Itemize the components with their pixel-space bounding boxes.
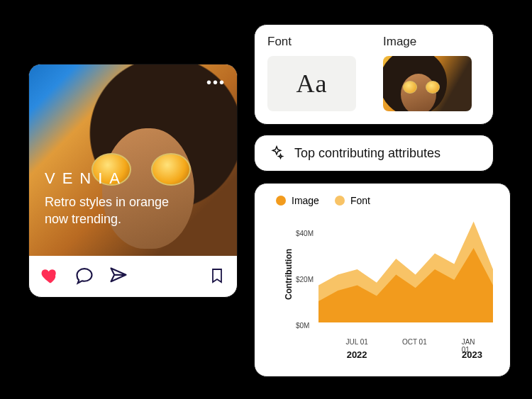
image-label: Image — [383, 35, 480, 49]
image-column: Image — [383, 35, 480, 111]
legend-label-font: Font — [350, 195, 370, 206]
chart-card: Image Font Contribution $40M $20M $0M JU… — [254, 183, 511, 377]
year-label-left: 2022 — [347, 349, 367, 360]
attributes-card[interactable]: Top contributing attributes — [254, 135, 494, 172]
x-tick: JUL 01 — [345, 338, 367, 346]
x-tick: OCT 01 — [402, 338, 427, 346]
y-tick: $0M — [296, 322, 309, 330]
post-overlay: VENIA Retro styles in orange now trendin… — [45, 169, 187, 228]
x-axis: JUL 01 OCT 01 JAN 01 2022 2023 — [318, 338, 493, 362]
legend-label-image: Image — [292, 195, 319, 206]
image-preview[interactable] — [383, 56, 472, 111]
legend-image: Image — [276, 195, 319, 206]
bookmark-icon[interactable] — [209, 266, 226, 286]
heart-icon[interactable] — [40, 266, 60, 286]
brand-name: VENIA — [45, 169, 187, 188]
font-label: Font — [267, 35, 365, 49]
chart-legend: Image Font — [267, 195, 497, 206]
y-tick: $40M — [296, 230, 314, 237]
y-tick: $20M — [296, 276, 314, 283]
sparkle-icon — [269, 145, 284, 161]
legend-font: Font — [335, 195, 370, 206]
year-label-right: 2023 — [462, 349, 482, 360]
chart-plot — [318, 216, 493, 322]
share-icon[interactable] — [109, 266, 128, 286]
y-axis-label: Contribution — [284, 249, 294, 300]
post-actions — [29, 256, 237, 297]
comment-icon[interactable] — [74, 266, 94, 286]
more-icon[interactable]: ••• — [206, 74, 226, 91]
font-preview[interactable]: Aa — [267, 56, 356, 111]
font-image-card: Font Aa Image — [254, 24, 494, 125]
attributes-title: Top contributing attributes — [294, 146, 440, 161]
font-column: Font Aa — [267, 35, 365, 111]
post-tagline: Retro styles in orange now trending. — [45, 193, 187, 228]
post-image: ••• VENIA Retro styles in orange now tre… — [29, 64, 237, 256]
legend-swatch-font — [335, 196, 345, 206]
legend-swatch-image — [276, 196, 286, 206]
social-post-card: ••• VENIA Retro styles in orange now tre… — [28, 64, 238, 298]
chart-body: Contribution $40M $20M $0M — [267, 210, 497, 338]
